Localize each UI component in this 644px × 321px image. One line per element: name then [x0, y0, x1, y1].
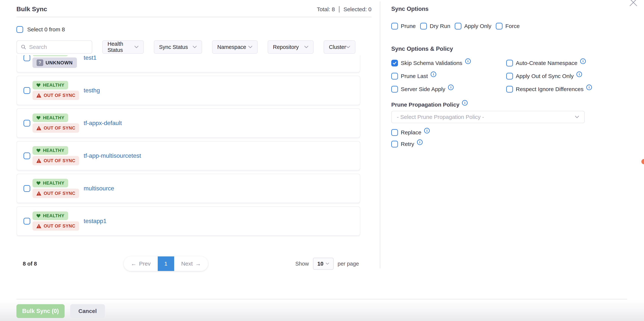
heart-icon	[36, 214, 41, 218]
totals: Total: 8 Selected: 0	[317, 6, 372, 13]
checkbox-auto-create-namespace[interactable]	[506, 60, 513, 66]
sync-policy-grid: Skip Schema Validations i Auto-Create Na…	[391, 60, 634, 92]
app-checkbox[interactable]	[24, 55, 30, 61]
pagination-count: 8 of 8	[23, 261, 37, 267]
option-retry: Retry i	[391, 141, 634, 148]
app-checkbox[interactable]	[24, 152, 30, 159]
warning-icon	[36, 158, 42, 163]
status-badges: HEALTHY OUT OF SYNC	[32, 146, 77, 165]
health-status-label: HEALTHY	[43, 180, 64, 186]
app-checkbox[interactable]	[24, 218, 30, 224]
sync-options-panel: Sync Options Prune Dry Run Apply Only Fo…	[391, 0, 634, 148]
app-name-link[interactable]: tf-appx-default	[84, 120, 122, 126]
cancel-button[interactable]: Cancel	[70, 304, 105, 318]
show-label: Show	[295, 261, 309, 267]
checkbox-apply-only[interactable]	[455, 23, 462, 30]
filter-sync-status[interactable]: Sync Status	[154, 40, 202, 54]
option-dry-run: Dry Run	[420, 23, 450, 30]
filter-sync-status-label: Sync Status	[159, 44, 188, 50]
filter-namespace-label: Namespace	[217, 44, 246, 50]
sync-options-title: Sync Options	[391, 5, 634, 13]
app-name-link[interactable]: tf-app-multisourcetest	[84, 152, 141, 159]
app-name-link[interactable]: test1	[84, 55, 96, 61]
info-icon[interactable]: i	[580, 58, 586, 64]
dialog-title: Bulk Sync	[16, 5, 47, 13]
filter-namespace[interactable]: Namespace	[212, 40, 258, 54]
page-size-controls: Show 10 per page	[295, 258, 359, 270]
checkbox-replace[interactable]	[391, 129, 398, 136]
filter-cluster-label: Cluster	[329, 44, 346, 50]
health-status-badge: HEALTHY	[32, 55, 68, 56]
app-checkbox[interactable]	[24, 185, 30, 192]
chevron-down-icon	[304, 46, 308, 48]
info-icon[interactable]: i	[586, 84, 592, 90]
heart-icon	[36, 116, 41, 120]
prune-policy-select[interactable]: - Select Prune Propagation Policy -	[391, 111, 585, 123]
sync-status-label: UNKNOWN	[46, 60, 73, 66]
filter-health-status-label: Health Status	[108, 41, 134, 53]
sync-options-row: Prune Dry Run Apply Only Force	[391, 23, 634, 30]
info-icon[interactable]: i	[462, 100, 468, 106]
filter-repository[interactable]: Repository	[268, 40, 314, 54]
status-badges: HEALTHY OUT OF SYNC	[32, 114, 77, 133]
select-all-row: Select 0 from 8	[16, 26, 380, 33]
select-all-checkbox[interactable]	[16, 26, 23, 33]
sync-status-label: OUT OF SYNC	[44, 93, 76, 98]
bulk-sync-button[interactable]: Bulk Sync (0)	[16, 304, 64, 318]
filter-cluster[interactable]: Cluster	[324, 40, 356, 54]
page-size-select[interactable]: 10	[313, 258, 334, 270]
prune-policy-label: Prune Propagation Policy	[391, 102, 460, 108]
checkbox-respect-ignore-differences[interactable]	[506, 86, 513, 92]
checkbox-server-side-apply[interactable]	[391, 86, 398, 92]
checkbox-apply-out-of-sync-only[interactable]	[506, 73, 513, 80]
prune-policy-label-row: Prune Propagation Policy i	[391, 102, 634, 108]
status-badges: HEALTHY OUT OF SYNC	[32, 81, 77, 100]
chevron-down-icon	[248, 46, 252, 48]
next-button[interactable]: Next →	[174, 256, 208, 271]
total-count: Total: 8	[317, 6, 335, 13]
app-checkbox[interactable]	[24, 120, 30, 126]
info-icon[interactable]: i	[431, 72, 436, 77]
filter-health-status[interactable]: Health Status	[102, 40, 144, 54]
search-box	[16, 40, 92, 54]
info-icon[interactable]: i	[576, 72, 582, 77]
info-icon[interactable]: i	[448, 84, 454, 90]
status-badges: HEALTHY OUT OF SYNC	[32, 179, 77, 198]
chevron-down-icon	[134, 46, 138, 48]
checkbox-prune-last[interactable]	[391, 73, 398, 80]
checkbox-force[interactable]	[496, 23, 502, 30]
app-name-link[interactable]: testapp1	[84, 218, 106, 224]
check-icon	[392, 61, 397, 66]
sync-status-badge: OUT OF SYNC	[32, 123, 79, 133]
health-status-label: HEALTHY	[43, 213, 64, 218]
warning-icon	[36, 93, 42, 98]
app-name-link[interactable]: testhg	[84, 87, 100, 94]
dialog-header: Bulk Sync Total: 8 Selected: 0	[16, 0, 372, 13]
filter-repository-label: Repository	[273, 44, 299, 50]
close-icon[interactable]	[629, 0, 638, 8]
info-icon[interactable]: i	[424, 128, 430, 134]
health-status-label: HEALTHY	[43, 115, 64, 120]
heart-icon	[36, 181, 41, 185]
sync-status-badge: OUT OF SYNC	[32, 221, 79, 231]
app-name-link[interactable]: multisource	[84, 185, 114, 192]
app-checkbox[interactable]	[24, 87, 30, 94]
info-icon[interactable]: i	[465, 58, 471, 64]
extra-options: Replace i Retry i	[391, 129, 634, 148]
select-all-label: Select 0 from 8	[27, 26, 65, 33]
health-status-label: HEALTHY	[43, 148, 64, 153]
per-page-label: per page	[338, 261, 359, 267]
prev-button[interactable]: ← Prev	[124, 256, 158, 271]
warning-icon	[36, 126, 42, 130]
sync-status-label: OUT OF SYNC	[44, 126, 76, 131]
search-input[interactable]	[29, 44, 88, 50]
app-row: HEALTHY ? UNKNOWN test1	[16, 55, 360, 72]
info-icon[interactable]: i	[417, 140, 422, 145]
checkbox-prune[interactable]	[391, 23, 398, 30]
checkbox-retry[interactable]	[391, 141, 398, 148]
checkbox-dry-run[interactable]	[420, 23, 427, 30]
page-number-active[interactable]: 1	[158, 256, 174, 271]
option-skip-schema-validations: Skip Schema Validations i	[391, 60, 506, 66]
header-divider	[16, 17, 372, 17]
checkbox-skip-schema-validations[interactable]	[391, 60, 398, 66]
